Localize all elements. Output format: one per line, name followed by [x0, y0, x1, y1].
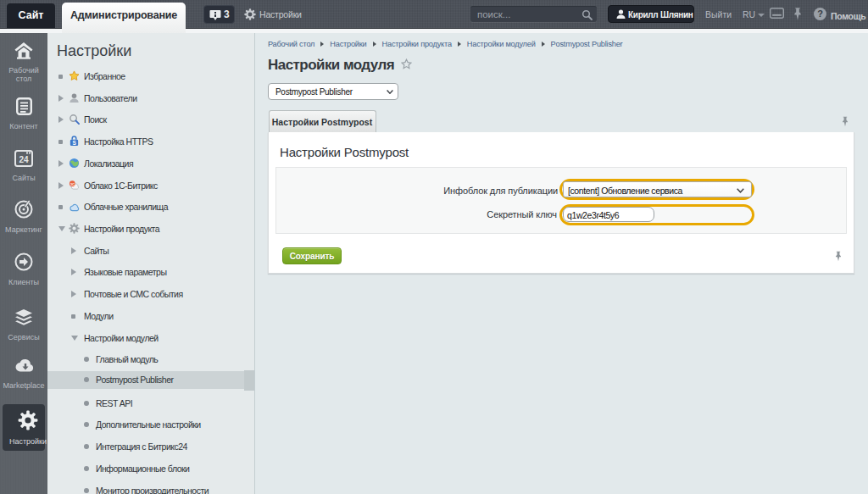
svg-text:1С: 1С [70, 182, 75, 186]
svg-text:24: 24 [19, 155, 29, 164]
